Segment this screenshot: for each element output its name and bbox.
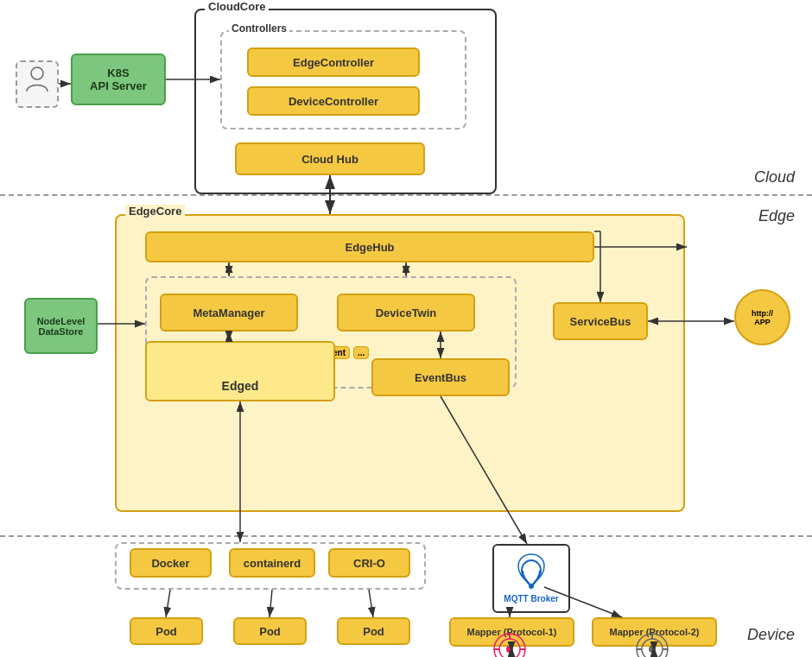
svg-point-11 (649, 646, 656, 653)
mqtt-broker: MQTT Broker (492, 544, 570, 613)
pod-2: Pod (233, 617, 307, 645)
svg-line-33 (369, 590, 373, 617)
cloud-hub: Cloud Hub (235, 142, 425, 175)
k8s-api-server: K8S API Server (71, 54, 166, 105)
pod-1: Pod (130, 617, 203, 645)
svg-point-4 (506, 646, 513, 653)
tag-more: ... (353, 346, 369, 359)
edge-hub: EdgeHub (145, 231, 594, 262)
pod-3: Pod (337, 617, 410, 645)
edged-label: Edged (222, 379, 259, 393)
device-icon-1 (491, 630, 530, 657)
device-zone-label: Device (747, 626, 795, 644)
device-controller: DeviceController (247, 86, 420, 116)
edge-zone-label: Edge (758, 207, 795, 225)
mqtt-label: MQTT Broker (504, 594, 558, 603)
event-bus: EventBus (371, 358, 510, 396)
docker-box: Docker (130, 548, 212, 578)
meta-manager: MetaManager (160, 294, 298, 332)
app-circle: http://APP (734, 289, 790, 345)
svg-line-31 (166, 590, 170, 617)
cloud-zone-label: Cloud (754, 168, 795, 186)
architecture-diagram: Cloud Edge Device K8S API Server CloudCo… (0, 0, 812, 657)
cloudcore-label: CloudCore (205, 0, 269, 13)
controllers-label: Controllers (229, 22, 289, 35)
node-datastore: NodeLevel DataStore (24, 298, 98, 354)
containerd-box: containerd (229, 548, 315, 578)
svg-line-32 (270, 590, 272, 617)
edge-device-divider (0, 535, 812, 537)
edgecore-label: EdgeCore (125, 205, 185, 218)
edge-controller: EdgeController (247, 47, 420, 77)
device-twin: DeviceTwin (337, 294, 475, 332)
svg-point-0 (31, 67, 43, 79)
device-icon-2 (633, 630, 672, 657)
svg-point-1 (529, 584, 534, 589)
service-bus: ServiceBus (553, 302, 648, 340)
cloud-edge-divider (0, 194, 812, 196)
edged-box: Edged (145, 341, 335, 401)
user-icon (16, 60, 59, 108)
crio-box: CRI-O (328, 548, 410, 578)
